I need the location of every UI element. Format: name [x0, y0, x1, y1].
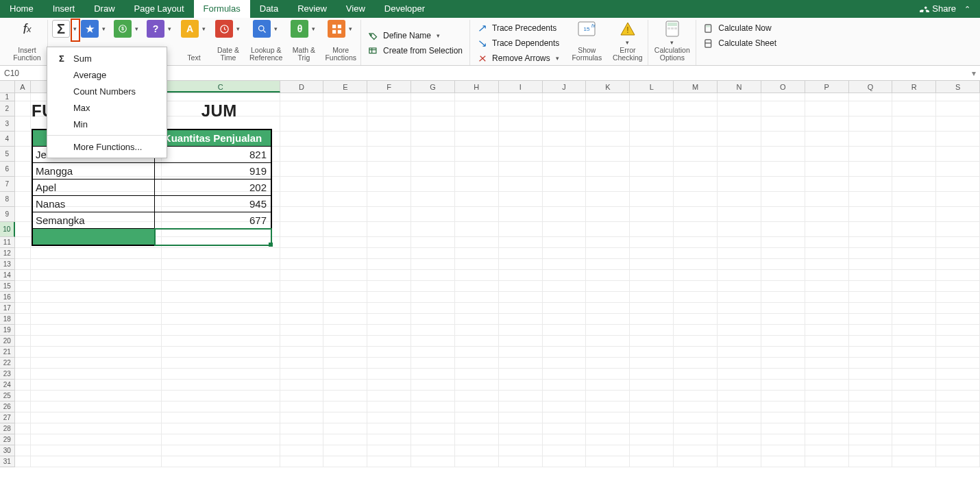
cell[interactable]: [455, 445, 499, 456]
trace-precedents-button[interactable]: Trace Precedents: [474, 21, 562, 35]
cell[interactable]: [674, 314, 718, 325]
text-button[interactable]: A ▾: [181, 20, 207, 38]
calculate-now-button[interactable]: Calculate Now: [700, 21, 779, 35]
col-header-S[interactable]: S: [936, 81, 980, 92]
cell[interactable]: [162, 292, 280, 303]
cell[interactable]: [586, 162, 630, 177]
cell[interactable]: [543, 101, 587, 116]
cell[interactable]: [674, 270, 718, 281]
cell[interactable]: [31, 369, 162, 380]
cell[interactable]: [162, 347, 280, 358]
cell[interactable]: [15, 192, 32, 207]
cell[interactable]: [411, 237, 455, 248]
cell[interactable]: [280, 207, 324, 222]
share-button[interactable]: Share ⌃: [910, 0, 980, 18]
cell[interactable]: [761, 412, 805, 423]
table-row[interactable]: Apel 202: [33, 180, 271, 196]
cell[interactable]: [15, 402, 32, 412]
tab-view[interactable]: View: [336, 0, 375, 18]
cell[interactable]: [849, 445, 893, 456]
cell[interactable]: [718, 222, 761, 237]
cell[interactable]: [674, 434, 718, 445]
cell[interactable]: [586, 248, 630, 259]
cell[interactable]: [499, 270, 543, 281]
cell[interactable]: [15, 445, 32, 456]
row-header-7[interactable]: 7: [0, 177, 15, 192]
cell[interactable]: [892, 336, 936, 347]
cell[interactable]: [805, 358, 849, 369]
cell[interactable]: [411, 314, 455, 325]
cell[interactable]: [718, 259, 761, 270]
cell[interactable]: [411, 369, 455, 380]
cell[interactable]: [849, 259, 893, 270]
cell[interactable]: [411, 259, 455, 270]
cell[interactable]: [367, 336, 411, 347]
cell[interactable]: [31, 423, 162, 434]
cell[interactable]: [15, 456, 32, 467]
cell[interactable]: [15, 222, 32, 237]
cell[interactable]: [411, 336, 455, 347]
cell[interactable]: [280, 237, 324, 248]
cell[interactable]: [280, 445, 324, 456]
cell[interactable]: [718, 281, 761, 292]
cell[interactable]: [674, 237, 718, 248]
cell[interactable]: [892, 358, 936, 369]
cell[interactable]: [499, 303, 543, 314]
cell[interactable]: [674, 93, 718, 101]
cell[interactable]: [849, 347, 893, 358]
cell[interactable]: [543, 162, 587, 177]
cell[interactable]: [674, 445, 718, 456]
cell[interactable]: [849, 369, 893, 380]
row-header-17[interactable]: 17: [0, 303, 15, 314]
cell[interactable]: [323, 380, 367, 391]
cell[interactable]: [455, 434, 499, 445]
cell[interactable]: [323, 325, 367, 336]
cell[interactable]: [805, 207, 849, 222]
table-footer[interactable]: [33, 229, 271, 245]
row-header-27[interactable]: 27: [0, 412, 15, 423]
more-functions-button[interactable]: ▾: [328, 20, 354, 38]
cell[interactable]: [411, 325, 455, 336]
cell[interactable]: [849, 303, 893, 314]
cell[interactable]: [31, 292, 162, 303]
cell[interactable]: [499, 336, 543, 347]
cell[interactable]: [936, 412, 980, 423]
cell[interactable]: [892, 270, 936, 281]
cell[interactable]: [630, 147, 674, 162]
cell[interactable]: [630, 303, 674, 314]
cell[interactable]: [718, 192, 761, 207]
cell[interactable]: [323, 391, 367, 402]
cell[interactable]: [761, 445, 805, 456]
cell[interactable]: [718, 101, 761, 116]
cell[interactable]: [280, 391, 324, 402]
cell[interactable]: [367, 259, 411, 270]
cell[interactable]: [849, 456, 893, 467]
cell[interactable]: [411, 434, 455, 445]
row-header-4[interactable]: 4: [0, 132, 15, 147]
cell[interactable]: [761, 116, 805, 132]
cell[interactable]: [805, 177, 849, 192]
tab-insert[interactable]: Insert: [43, 0, 85, 18]
cell[interactable]: [630, 292, 674, 303]
cell[interactable]: [936, 303, 980, 314]
cell[interactable]: [543, 336, 587, 347]
cell[interactable]: [892, 347, 936, 358]
cell[interactable]: [280, 162, 324, 177]
cell[interactable]: [411, 101, 455, 116]
cell[interactable]: [674, 336, 718, 347]
cell[interactable]: [162, 402, 280, 412]
row-header-31[interactable]: 31: [0, 456, 15, 467]
cell[interactable]: [674, 192, 718, 207]
cell[interactable]: [761, 237, 805, 248]
logical-button[interactable]: ? ▾: [147, 20, 173, 38]
col-header-C[interactable]: C: [162, 81, 280, 92]
cell[interactable]: [674, 177, 718, 192]
cell[interactable]: [630, 380, 674, 391]
cell[interactable]: [323, 237, 367, 248]
cell[interactable]: [323, 292, 367, 303]
cell[interactable]: [367, 93, 411, 101]
cell[interactable]: [367, 412, 411, 423]
cell[interactable]: [586, 412, 630, 423]
cell[interactable]: [15, 237, 32, 248]
cell[interactable]: [162, 259, 280, 270]
